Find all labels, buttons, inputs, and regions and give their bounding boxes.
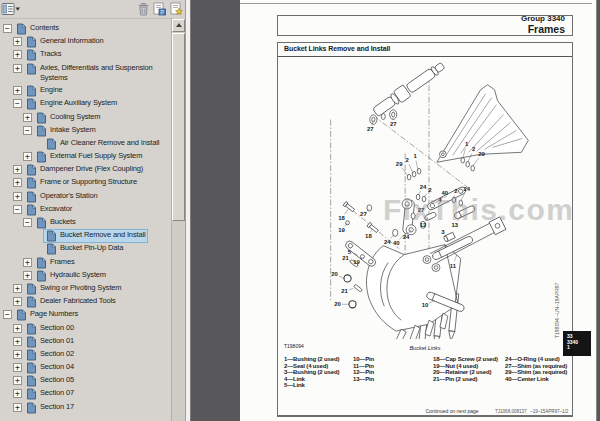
- sidebar-item-air-cleaner-remove-and-install[interactable]: Air Cleaner Remove and Install: [0, 137, 171, 150]
- figure-caption: Bucket Links: [409, 345, 440, 351]
- cap-screw: [367, 222, 379, 233]
- legend-entry: 40—Center Link: [505, 376, 567, 383]
- tree-expander-minus[interactable]: −: [3, 24, 12, 33]
- callout-29: 29: [396, 161, 403, 167]
- sidebar-item-axles-differentials-and-suspension-systems[interactable]: +Axles, Differentials and Suspension Sys…: [0, 62, 171, 85]
- bookmark-icon: [26, 375, 37, 387]
- pdf-page[interactable]: Group 3340 Frames Bucket Links Remove an…: [240, 0, 597, 421]
- sidebar-item-frames[interactable]: +Frames: [0, 256, 171, 269]
- bookmark-row-inner: Section 02: [24, 349, 76, 361]
- bookmark-options-menu-button[interactable]: [0, 1, 22, 17]
- tree-expander-plus[interactable]: +: [13, 350, 22, 359]
- new-bookmark-button[interactable]: [151, 1, 168, 17]
- panel-options-icon: [1, 2, 21, 16]
- bookmark-label: Section 00: [40, 323, 74, 334]
- scroll-up-button[interactable]: [172, 19, 185, 32]
- bookmark-actions-button[interactable]: [168, 1, 185, 17]
- bookmark-label: Section 05: [40, 375, 74, 386]
- bookmark-label: Page Numbers: [30, 309, 78, 320]
- bookmark-label: External Fuel Supply System: [50, 151, 142, 162]
- delete-bookmark-button[interactable]: [136, 1, 151, 17]
- tree-expander-plus[interactable]: +: [13, 297, 22, 306]
- sidebar-item-external-fuel-supply-system[interactable]: +External Fuel Supply System: [0, 150, 171, 163]
- callout-11: 11: [450, 263, 457, 269]
- callout-1: 1: [413, 153, 417, 159]
- bookmark-icon: [36, 270, 47, 282]
- bookmark-label: Excavator: [40, 204, 72, 215]
- sidebar-item-buckets[interactable]: −Buckets: [0, 216, 171, 229]
- tree-expander-plus[interactable]: +: [13, 37, 22, 46]
- sidebar-item-bucket-pin-up-data[interactable]: Bucket Pin-Up Data: [0, 242, 171, 255]
- sidebar-item-contents[interactable]: −Contents: [0, 22, 171, 35]
- bookmark-icon: [46, 243, 57, 255]
- tree-expander-plus[interactable]: +: [13, 403, 22, 412]
- sidebar-item-cooling-system[interactable]: +Cooling System: [0, 111, 171, 124]
- bookmark-label: General Information: [40, 36, 103, 47]
- sidebar-item-page-numbers[interactable]: −Page Numbers: [0, 308, 171, 321]
- tree-expander-plus[interactable]: +: [13, 337, 22, 346]
- bookmark-label: Engine Auxiliary System: [40, 98, 117, 109]
- tree-expander-plus[interactable]: +: [13, 284, 22, 293]
- bookmark-row-inner: Section 17: [24, 402, 76, 414]
- sidebar-item-section-01[interactable]: +Section 01: [0, 335, 171, 348]
- sidebar-item-tracks[interactable]: +Tracks: [0, 48, 171, 61]
- tree-expander-plus[interactable]: +: [13, 165, 22, 174]
- sidebar-item-hydraulic-system[interactable]: +Hydraulic System: [0, 269, 171, 282]
- sidebar-item-general-information[interactable]: +General Information: [0, 35, 171, 48]
- page-top-rule: [240, 3, 592, 4]
- callout-24: 24: [420, 184, 427, 190]
- sidebar-item-dampener-drive-flex-coupling[interactable]: +Dampener Drive (Flex Coupling): [0, 163, 171, 176]
- bookmark-row-inner: Contents: [14, 23, 61, 35]
- tree-expander-plus[interactable]: +: [13, 324, 22, 333]
- sidebar-item-swing-or-pivoting-system[interactable]: +Swing or Pivoting System: [0, 282, 171, 295]
- sidebar-item-section-04[interactable]: +Section 04: [0, 361, 171, 374]
- callout-24: 24: [384, 239, 391, 245]
- sidebar-item-bucket-remove-and-install[interactable]: Bucket Remove and Install: [0, 229, 171, 242]
- tree-expander-minus[interactable]: −: [13, 99, 22, 108]
- tree-expander-plus[interactable]: +: [13, 178, 22, 187]
- bookmark-icon: [26, 336, 37, 348]
- bookmark-icon: [16, 309, 27, 321]
- sidebar-item-engine[interactable]: +Engine: [0, 84, 171, 97]
- tab-line: 1: [567, 345, 591, 351]
- bookmark-icon: [36, 151, 47, 163]
- tree-expander-minus[interactable]: −: [23, 218, 32, 227]
- tree-expander-minus[interactable]: −: [13, 205, 22, 214]
- tree-expander-minus[interactable]: −: [3, 310, 12, 319]
- tree-expander-plus[interactable]: +: [23, 152, 32, 161]
- sidebar-item-section-17[interactable]: +Section 17: [0, 401, 171, 414]
- tree-expander-plus[interactable]: +: [13, 389, 22, 398]
- callout-3: 3: [441, 229, 445, 235]
- bookmark-icon: [36, 125, 47, 137]
- tree-expander-plus[interactable]: +: [13, 64, 22, 73]
- tree-expander-minus[interactable]: −: [23, 126, 32, 135]
- tree-expander-plus[interactable]: +: [13, 86, 22, 95]
- sidebar-item-excavator[interactable]: −Excavator: [0, 203, 171, 216]
- bookmarks-scrollbar[interactable]: [171, 18, 185, 421]
- tree-expander-plus[interactable]: +: [13, 363, 22, 372]
- tree-expander-plus[interactable]: +: [23, 113, 32, 122]
- scrollbar-thumb[interactable]: [172, 33, 185, 221]
- callout-27: 27: [390, 121, 397, 127]
- pdf-viewer-window: −Contents+General Information+Tracks+Axl…: [0, 0, 600, 421]
- sidebar-item-section-00[interactable]: +Section 00: [0, 322, 171, 335]
- sidebar-item-engine-auxiliary-system[interactable]: −Engine Auxiliary System: [0, 97, 171, 110]
- tree-expander-plus[interactable]: +: [13, 50, 22, 59]
- sidebar-item-dealer-fabricated-tools[interactable]: +Dealer Fabricated Tools: [0, 295, 171, 308]
- callout-20: 20: [334, 301, 341, 307]
- sidebar-item-operator-s-station[interactable]: +Operator's Station: [0, 190, 171, 203]
- tree-expander-plus[interactable]: +: [23, 258, 32, 267]
- sidebar-item-frame-or-supporting-structure[interactable]: +Frame or Supporting Structure: [0, 176, 171, 189]
- sidebar-item-section-07[interactable]: +Section 07: [0, 387, 171, 400]
- sidebar-item-section-05[interactable]: +Section 05: [0, 374, 171, 387]
- bookmark-row-inner: Bucket Remove and Install: [44, 230, 147, 242]
- sidebar-item-intake-system[interactable]: −Intake System: [0, 124, 171, 137]
- legend-column-1: 1—Bushing (2 used)2—Seal (4 used)3—Bushi…: [284, 356, 339, 389]
- tree-expander-plus[interactable]: +: [13, 192, 22, 201]
- tree-expander-plus[interactable]: +: [13, 376, 22, 385]
- legend-entry: 2—Seal (4 used): [284, 363, 339, 370]
- tree-expander-plus[interactable]: +: [23, 271, 32, 280]
- bookmark-row-inner: Dealer Fabricated Tools: [24, 296, 118, 308]
- bookmark-row-inner: Intake System: [34, 125, 98, 137]
- sidebar-item-section-02[interactable]: +Section 02: [0, 348, 171, 361]
